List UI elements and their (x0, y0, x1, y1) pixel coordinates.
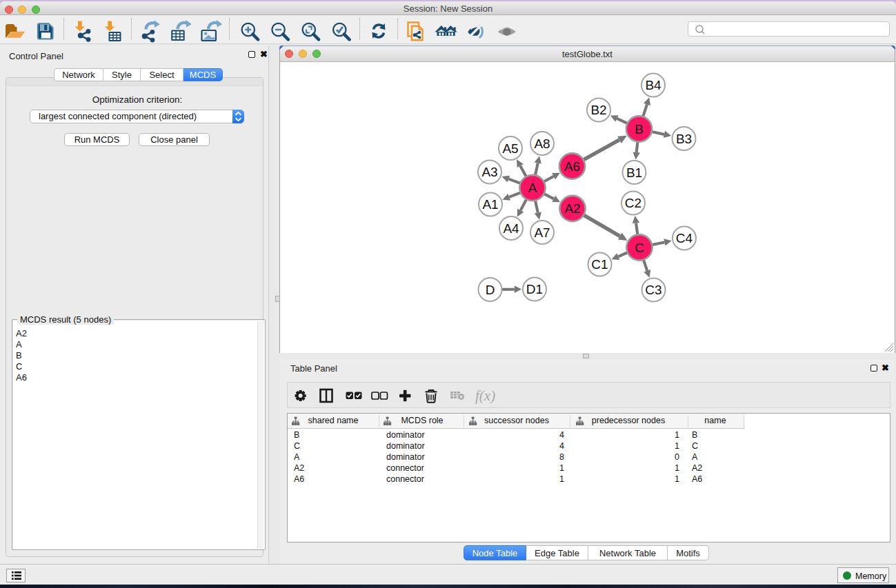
svg-text:B4: B4 (645, 78, 661, 92)
svg-text:A4: A4 (503, 221, 519, 236)
svg-text:A6: A6 (564, 159, 580, 174)
svg-text:D: D (486, 283, 495, 297)
svg-text:C2: C2 (625, 196, 641, 210)
svg-text:A8: A8 (534, 136, 550, 151)
svg-text:C: C (635, 241, 644, 255)
svg-text:A7: A7 (534, 225, 550, 240)
svg-text:A3: A3 (481, 165, 497, 179)
svg-text:B2: B2 (590, 103, 606, 117)
svg-text:f(x): f(x) (475, 387, 495, 404)
svg-text:C4: C4 (676, 231, 693, 245)
svg-text:B3: B3 (676, 132, 692, 146)
svg-text:A1: A1 (482, 197, 498, 212)
svg-text:A2: A2 (564, 201, 580, 216)
svg-text:B1: B1 (626, 165, 642, 180)
svg-text:C1: C1 (591, 257, 608, 272)
svg-text:A5: A5 (502, 141, 518, 156)
svg-text:B: B (635, 122, 644, 136)
svg-text:D1: D1 (526, 282, 543, 296)
svg-text:C3: C3 (645, 283, 661, 297)
svg-text:A: A (528, 181, 537, 195)
